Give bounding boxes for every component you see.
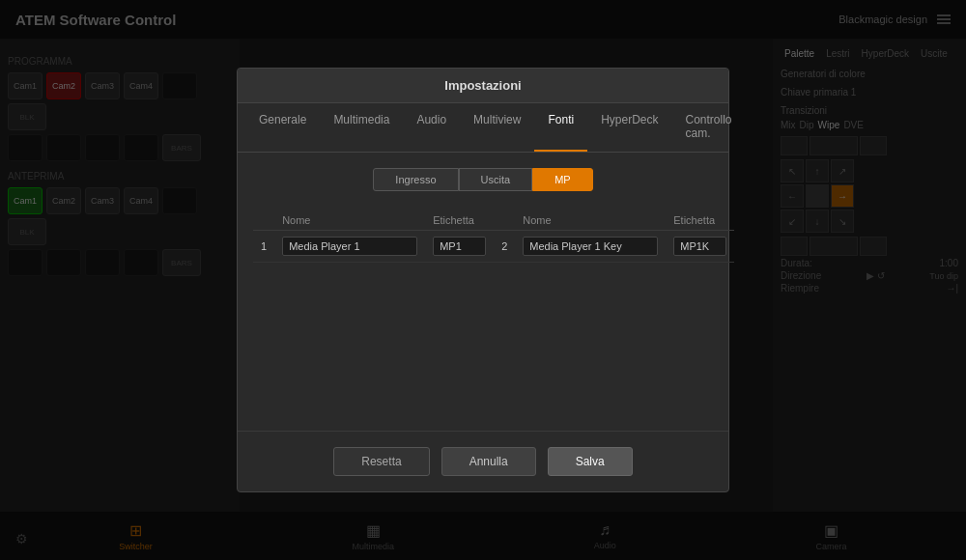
seg-ingresso[interactable]: Ingresso <box>373 168 458 191</box>
modal-overlay: Impostazioni Generale Multimedia Audio M… <box>0 0 966 560</box>
row-label1-input[interactable] <box>433 237 486 256</box>
row-num-1: 1 <box>253 231 274 263</box>
row-name2-cell <box>515 231 666 263</box>
th-etichetta2: Etichetta <box>666 210 734 231</box>
seg-uscita[interactable]: Uscita <box>459 168 533 191</box>
row-name1-input[interactable] <box>282 237 417 256</box>
row-num-2: 2 <box>494 231 515 263</box>
tab-controllo[interactable]: Controllo cam. <box>672 103 746 152</box>
modal-footer: Resetta Annulla Salva <box>238 431 728 491</box>
table-header-row: Nome Etichetta Nome Etichetta <box>253 210 734 231</box>
impostazioni-modal: Impostazioni Generale Multimedia Audio M… <box>237 68 729 492</box>
row-name2-input[interactable] <box>523 237 658 256</box>
seg-mp[interactable]: MP <box>532 168 593 191</box>
modal-title: Impostazioni <box>238 69 728 103</box>
row-label2-cell <box>666 231 734 263</box>
th-nome1: Nome <box>274 210 425 231</box>
th-num2 <box>494 210 515 231</box>
th-etichetta1: Etichetta <box>425 210 494 231</box>
save-button[interactable]: Salva <box>548 447 633 476</box>
table-row: 1 2 <box>253 231 734 263</box>
tab-multimedia[interactable]: Multimedia <box>320 103 403 152</box>
row-label1-cell <box>425 231 494 263</box>
modal-body: Ingresso Uscita MP Nome Etichetta Nome E… <box>238 153 728 431</box>
segment-control: Ingresso Uscita MP <box>253 168 713 191</box>
row-label2-input[interactable] <box>673 237 726 256</box>
reset-button[interactable]: Resetta <box>333 447 429 476</box>
tab-fonti[interactable]: Fonti <box>534 103 587 152</box>
tab-hyperdeck[interactable]: HyperDeck <box>587 103 671 152</box>
row-name1-cell <box>274 231 425 263</box>
tab-multiview[interactable]: Multiview <box>460 103 534 152</box>
th-num <box>253 210 274 231</box>
th-nome2: Nome <box>515 210 666 231</box>
tab-generale[interactable]: Generale <box>245 103 320 152</box>
tab-audio[interactable]: Audio <box>403 103 460 152</box>
modal-tabs: Generale Multimedia Audio Multiview Font… <box>238 103 728 153</box>
sources-table: Nome Etichetta Nome Etichetta 1 <box>253 210 734 263</box>
cancel-button[interactable]: Annulla <box>441 447 536 476</box>
